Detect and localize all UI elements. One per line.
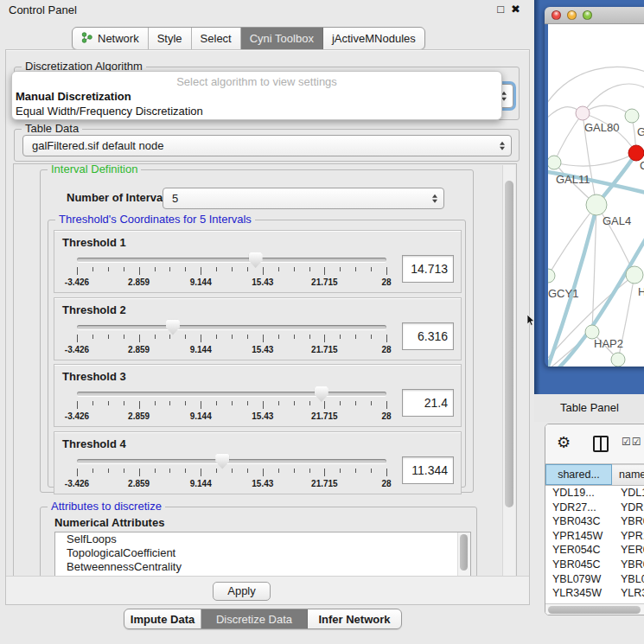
network-node[interactable] <box>548 156 561 169</box>
float-window-icon[interactable]: □ <box>497 3 504 16</box>
tab-network[interactable]: Network <box>73 28 149 49</box>
threshold-label: Threshold 3 <box>62 370 126 383</box>
cell-shared-name[interactable]: YLR345W <box>545 586 612 601</box>
tab-cyni-toolbox[interactable]: Cyni Toolbox <box>241 28 323 49</box>
attribute-list-item[interactable]: BetweennessCentrality <box>55 560 470 574</box>
combo-stepper-icon <box>432 194 437 203</box>
cell-name[interactable]: YDR27... <box>612 501 644 515</box>
table-panel-title: Table Panel <box>560 401 619 414</box>
table-row[interactable]: YBR045CYBR045C <box>545 558 644 572</box>
control-panel-titlebar: Control Panel □ ✖ <box>0 0 534 21</box>
tab-infer-network[interactable]: Infer Network <box>308 609 401 628</box>
slider-ticks <box>77 335 386 343</box>
dropdown-item[interactable]: Manual Discretization <box>12 89 501 104</box>
cell-name[interactable]: YPR145W <box>612 529 644 544</box>
tab-jactivemnodules[interactable]: jActiveMNodules <box>323 28 424 49</box>
zoom-traffic-light-icon[interactable] <box>583 10 592 20</box>
network-node[interactable] <box>576 106 590 120</box>
table-row[interactable]: YLR345WYLR345W <box>545 586 644 601</box>
slider-track[interactable] <box>77 459 386 463</box>
network-node-label: C <box>640 159 644 172</box>
close-icon[interactable]: ✖ <box>511 3 520 16</box>
threshold-value-field[interactable]: 14.713 <box>402 255 454 283</box>
screen: { "window": { "title": "Control Panel", … <box>0 0 644 644</box>
minimize-traffic-light-icon[interactable] <box>567 10 577 20</box>
numerical-attributes-list[interactable]: SelfLoopsTopologicalCoefficientBetweenne… <box>54 532 471 577</box>
dropdown-item[interactable]: Equal Width/Frequency Discretization <box>12 104 501 118</box>
cell-name[interactable]: YBL079W <box>612 572 644 587</box>
table-row[interactable]: YBL079WYBL079W <box>545 572 644 587</box>
cell-name[interactable]: YBR045C <box>612 558 644 572</box>
network-node[interactable] <box>611 353 625 367</box>
slider-track[interactable] <box>77 258 386 262</box>
cell-name[interactable]: YDL19... <box>612 486 644 501</box>
network-node[interactable] <box>548 269 555 283</box>
top-tabbar: Network Style Select Cyni Toolbox jActiv… <box>72 27 425 50</box>
tab-impute-data[interactable]: Impute Data <box>124 609 201 628</box>
slider-track[interactable] <box>77 392 386 396</box>
network-window-titlebar[interactable] <box>545 7 644 24</box>
cell-name[interactable]: YBR043C <box>612 514 644 529</box>
network-canvas[interactable]: GAL80GACGAL11GAL4GCY1HHAP2 <box>548 24 644 367</box>
threshold-slider[interactable]: -3.4262.8599.14415.4321.71528 <box>77 250 386 290</box>
cell-shared-name[interactable]: YDR27... <box>545 501 612 515</box>
threshold-slider[interactable]: -3.4262.8599.14415.4321.71528 <box>77 384 386 424</box>
apply-row: Apply <box>6 576 529 604</box>
threshold-label: Threshold 2 <box>62 303 126 316</box>
attribute-list-item[interactable]: SelfLoops <box>55 532 470 546</box>
cell-name[interactable]: YLR345W <box>612 586 644 601</box>
threshold-value-field[interactable]: 21.4 <box>402 389 454 417</box>
attribute-list-item[interactable]: TopologicalCoefficient <box>55 546 470 560</box>
table-row[interactable]: YDR27...YDR27... <box>545 501 644 515</box>
table-row[interactable]: YPR145WYPR145W <box>545 529 644 544</box>
table-horizontal-scrollbar[interactable] <box>545 603 644 615</box>
close-traffic-light-icon[interactable] <box>552 10 561 20</box>
settings-vertical-scrollbar[interactable] <box>502 165 515 576</box>
table-header-row: shared... name <box>545 464 644 486</box>
threshold-value-field[interactable]: 6.316 <box>402 322 454 350</box>
slider-thumb-icon[interactable] <box>166 320 180 335</box>
network-node-label: HAP2 <box>594 337 623 350</box>
control-panel-title: Control Panel <box>9 3 77 16</box>
table-row[interactable]: YER054CYER054C <box>545 543 644 558</box>
attributes-list-scrollbar[interactable] <box>457 532 470 577</box>
settings-scrollpane: Interval Definition Number of Intervals … <box>13 163 517 577</box>
slider-ticks <box>77 469 386 477</box>
cell-shared-name[interactable]: YBR043C <box>545 514 612 529</box>
table-row[interactable]: YBR043CYBR043C <box>545 514 644 529</box>
threshold-slider[interactable]: -3.4262.8599.14415.4321.71528 <box>77 317 386 357</box>
numerical-attributes-label: Numerical Attributes <box>54 516 164 529</box>
tab-style[interactable]: Style <box>149 28 192 49</box>
cell-shared-name[interactable]: YPR145W <box>545 529 612 544</box>
table-row[interactable]: YDL19...YDL19... <box>545 486 644 501</box>
attributes-group-title: Attributes to discretize <box>48 500 165 513</box>
column-header-shared-name[interactable]: shared... <box>545 464 612 485</box>
cell-shared-name[interactable]: YER054C <box>545 543 612 558</box>
slider-thumb-icon[interactable] <box>315 386 328 402</box>
dropdown-placeholder-item[interactable]: Select algorithm to view settings <box>12 72 501 89</box>
network-node[interactable] <box>586 194 607 215</box>
tab-select[interactable]: Select <box>192 28 241 49</box>
cell-shared-name[interactable]: YBL079W <box>545 572 612 587</box>
network-node[interactable] <box>626 266 643 284</box>
network-node[interactable] <box>625 109 639 123</box>
slider-track[interactable] <box>77 325 386 329</box>
cell-name[interactable]: YER054C <box>612 543 644 558</box>
network-icon <box>81 32 92 46</box>
table-data-combobox[interactable]: galFiltered.sif default node <box>22 135 512 156</box>
cell-shared-name[interactable]: YDL19... <box>545 486 612 501</box>
gear-icon[interactable]: ⚙ <box>557 433 571 452</box>
slider-thumb-icon[interactable] <box>249 252 263 268</box>
threshold-value-field[interactable]: 11.344 <box>402 456 454 484</box>
threshold-panel: Threshold 3 -3.4262.8599.14415.4321.7152… <box>54 364 462 427</box>
threshold-slider[interactable]: -3.4262.8599.14415.4321.71528 <box>77 451 386 491</box>
number-of-intervals-combobox[interactable]: 5 <box>163 188 444 209</box>
split-columns-icon[interactable] <box>593 436 609 452</box>
slider-thumb-icon[interactable] <box>215 454 229 469</box>
network-node-label: GA <box>637 125 644 138</box>
tab-discretize-data[interactable]: Discretize Data <box>201 609 308 628</box>
select-columns-icon[interactable]: ☑☑ <box>622 436 642 448</box>
column-header-name[interactable]: name <box>612 464 644 485</box>
apply-button[interactable]: Apply <box>213 582 271 601</box>
cell-shared-name[interactable]: YBR045C <box>545 558 612 572</box>
